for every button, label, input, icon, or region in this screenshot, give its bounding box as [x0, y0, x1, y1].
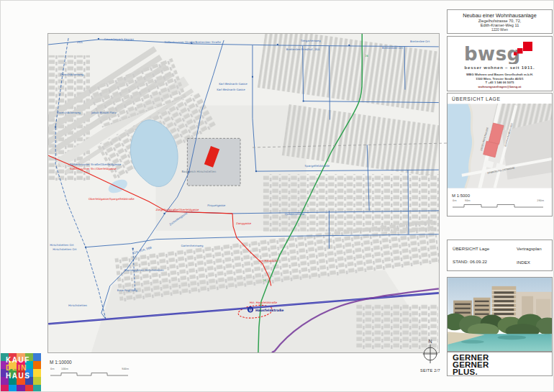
- project-rendering: [447, 277, 553, 352]
- map-label: Karl-Bednarik-Gasse: [217, 88, 245, 91]
- map-label: Oberfeldgasse/Spargelfeldstraße: [88, 197, 135, 201]
- plan-info-table: ÜBERSICHT Lage Vertragsplan STAND: 06.09…: [447, 240, 553, 271]
- map-label: Am Heidjöchl: [259, 259, 278, 263]
- kaufdeinhaus-logo: KAUF DEIN HAUS: [1, 353, 41, 392]
- city-map: U Gewerbepark Kagran 26A Süßenbrunner St…: [48, 34, 439, 352]
- kdh-color-tile: [1, 385, 9, 392]
- kdh-color-tile: [33, 353, 41, 361]
- map-label: Süßenbrunner Straße/Breitenleer Straße: [164, 40, 221, 44]
- project-city: 1220 Wien: [448, 28, 552, 32]
- map-label: Zwerchäckerweg: [60, 73, 83, 76]
- scale-tick: 50m: [465, 199, 471, 202]
- map-label: 26: [263, 279, 266, 282]
- overview-map: ZIEGELHOFSTRASSE EDITH-KRAMER-WEG SPARGE…: [448, 104, 552, 188]
- ubahn-u-glyph: U: [249, 308, 252, 312]
- architect-line: PLUS.: [453, 369, 552, 376]
- architect-logo: GERNER GERNER PLUS.: [447, 352, 553, 376]
- kdh-color-tile: [33, 377, 41, 385]
- scale-tick: 500m: [122, 368, 129, 370]
- main-map: U Gewerbepark Kagran 26A Süßenbrunner St…: [47, 33, 440, 353]
- scale-tick: 100m: [61, 368, 68, 370]
- map-label: Pirquetgasse: [207, 204, 226, 207]
- bwsg-address: WBG Wohnen und Bauen Gesellschaft m.b.H.…: [466, 73, 533, 88]
- contract-type: Vertragsplan: [517, 246, 542, 251]
- map-label: Gewerbepark Kagran: [104, 37, 135, 41]
- plan-date: STAND: 06.09.22: [453, 259, 487, 264]
- kdh-word: KAUF: [6, 356, 30, 364]
- map-label: Erna-Fogl-Weg: [117, 288, 137, 292]
- map-label: Spargelfeldstraße: [305, 164, 330, 168]
- map-label: Quadenstraße: [285, 212, 305, 216]
- kaufdeinhaus-text: KAUF DEIN HAUS: [6, 356, 30, 380]
- overview-header: ÜBERSICHT LAGE: [448, 94, 552, 104]
- kdh-color-tile: [25, 385, 33, 392]
- project-address-2: Edith-Kramer-Weg 11: [448, 23, 552, 27]
- map-label: Tiergartenweg: [300, 39, 322, 42]
- rendering-image: [448, 278, 552, 351]
- title-block: Neubau einer Wohnhausanlage Ziegelhofstr…: [447, 9, 553, 34]
- plan-index: INDEX: [517, 260, 530, 265]
- overview-scale-label: M 1:5000: [448, 191, 552, 199]
- compass-icon: [420, 344, 440, 364]
- address-email: wohnungsanfragen@bwsg.at: [466, 85, 533, 89]
- kdh-color-tile: [9, 385, 17, 392]
- bwsg-tagline: besser wohnen – seit 1911.: [465, 65, 535, 70]
- north-label: N: [416, 339, 445, 344]
- map-label: Breitenlee Ort: [410, 40, 430, 43]
- bwsg-logo-block: bwsg besser wohnen – seit 1911. WBG Wohn…: [447, 36, 553, 91]
- kdh-word: DEIN: [6, 364, 30, 372]
- map-label: Blumengärten Hirschstetten: [124, 268, 164, 272]
- map-label: Hirschstetten Ort: [50, 243, 74, 247]
- kdh-color-tile: [33, 361, 41, 369]
- map-label: Süßenbrunner Straße/Oberfeldgasse: [70, 163, 122, 166]
- map-label: Hirschstetten Ort: [53, 247, 77, 251]
- scale-tick: 0m: [453, 199, 457, 202]
- kdh-color-tile: [17, 385, 24, 392]
- bwsg-wordmark: bwsg: [464, 43, 521, 64]
- kdh-color-tile: [33, 369, 41, 377]
- map-label: Zanggasse: [236, 222, 252, 225]
- map-label: 26: [365, 55, 368, 58]
- map-label: Jakob-Bindel-Platz: [91, 111, 117, 114]
- map-label: Ziegelhofstraße/Oberfeldgasse: [156, 208, 200, 211]
- bwsg-logo: bwsg: [460, 42, 540, 64]
- address-line: WBG Wohnen und Bauen Gesellschaft m.b.H.: [466, 73, 533, 77]
- page-number: SEITE 2/7: [416, 368, 445, 373]
- map-label: Hausfeldstraße: [255, 309, 283, 312]
- map-label: Breitenleer Ort: [382, 46, 403, 50]
- map-label: Hst. Hausfeldstraße: [250, 301, 278, 304]
- map-label: Badeteich Hirschstetten: [181, 170, 216, 173]
- overview-scale-bar: 0m 50m 250m: [452, 199, 553, 210]
- plan-type: ÜBERSICHT Lage: [453, 246, 489, 251]
- map-label: Breitenlee Friedhof, 26A: [286, 47, 320, 51]
- scale-label: M 1:10000: [50, 360, 130, 365]
- map-label: Karl-Bednarik-Gasse: [219, 82, 248, 86]
- overview-lage-panel: ÜBERSICHT LAGE ZIEGELHOFSTRASSE EDITH-KR…: [447, 93, 553, 216]
- kdh-word: HAUS: [6, 372, 30, 380]
- main-map-scale: M 1:10000 0m 100m 500m: [50, 360, 130, 381]
- scale-tick: 0m: [50, 368, 55, 370]
- north-arrow: N SEITE 2/7: [416, 339, 445, 373]
- map-label: Süßenbrunner Str./Oberfeldgasse: [70, 167, 117, 170]
- scale-bar: 0m 100m 500m: [50, 367, 130, 378]
- map-label: Hirschstetten: [68, 304, 88, 307]
- map-label: Zwerchäckerweg: [57, 111, 81, 114]
- scale-tick: 250m: [537, 199, 544, 202]
- project-title: Neubau einer Wohnhausanlage: [448, 12, 552, 19]
- map-label: Gartenheimweg: [181, 244, 204, 247]
- map-label: 26A: [77, 40, 83, 44]
- plan-sheet: U Gewerbepark Kagran 26A Süßenbrunner St…: [0, 0, 554, 392]
- kdh-color-tile: [33, 385, 41, 392]
